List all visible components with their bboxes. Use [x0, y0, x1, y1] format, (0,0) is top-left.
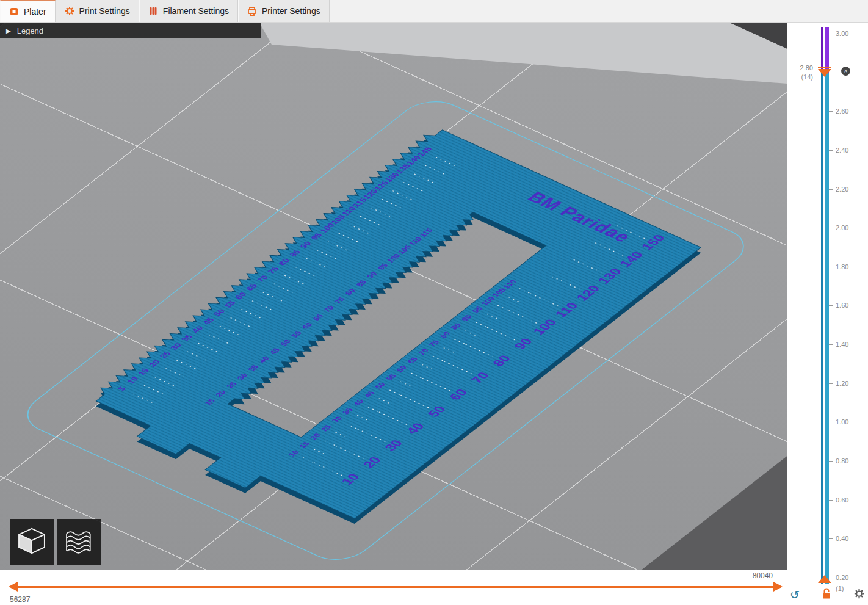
settings-tab-bar: Plater Print Settings Filament Settings …: [0, 0, 868, 23]
layer-tick: [829, 383, 833, 384]
tab-plater[interactable]: Plater: [0, 0, 56, 22]
layer-tick-label: 0.80: [836, 457, 848, 465]
layer-tick-label: 1.40: [836, 341, 848, 348]
slider-action-icons: ↺: [790, 587, 864, 603]
plater-icon: [9, 7, 19, 16]
layer-tick: [829, 189, 833, 190]
layer-slider-track[interactable]: [821, 27, 829, 584]
horizontal-slider-track[interactable]: [18, 586, 781, 588]
layer-tick: [829, 111, 833, 112]
layer-tick: [829, 267, 833, 267]
tab-label: Filament Settings: [163, 6, 229, 16]
tab-label: Plater: [24, 7, 46, 16]
move-slider-position-label: 56287: [10, 595, 30, 604]
lock-icon[interactable]: [822, 588, 831, 602]
3d-viewport[interactable]: 1501401301201101009080706050403020101451…: [0, 23, 787, 570]
legend-panel[interactable]: ▶ Legend: [0, 23, 261, 38]
layer-tick-label: 3.00: [836, 30, 848, 37]
slider-right-arrow-button[interactable]: [773, 582, 783, 592]
layer-tick-label: 1.20: [836, 380, 848, 387]
tab-label: Printer Settings: [262, 6, 320, 16]
layer-tick: [829, 461, 833, 462]
legend-label: Legend: [17, 26, 43, 35]
tab-printer-settings[interactable]: Printer Settings: [238, 0, 330, 22]
legend-expand-arrow-icon: ▶: [6, 27, 11, 34]
preview-view-button[interactable]: [57, 519, 101, 565]
gear-icon: [65, 6, 74, 16]
move-slider-max-label: 80040: [753, 571, 773, 580]
view-mode-toggles: [10, 519, 101, 565]
layer-tick: [829, 305, 833, 306]
tab-filament-settings[interactable]: Filament Settings: [139, 0, 238, 22]
layer-tick: [829, 500, 833, 501]
layer-tick-label: 1.80: [836, 263, 848, 270]
layers-icon: [62, 523, 97, 562]
layer-tick: [829, 344, 833, 345]
move-slider-panel: 80040 56287: [0, 570, 787, 605]
cube-icon: [14, 523, 49, 562]
filament-icon: [148, 6, 158, 16]
reload-icon[interactable]: ↺: [790, 589, 800, 601]
layer-tick-label: 2.00: [836, 224, 848, 231]
current-layer-height-label: 2.80: [787, 64, 813, 71]
layer-tick-label: 0.20: [836, 574, 848, 581]
preferences-gear-icon[interactable]: [854, 589, 864, 601]
slider-close-button[interactable]: ×: [841, 67, 850, 76]
layer-tick-label: 2.20: [836, 186, 848, 193]
layer-tick: [829, 34, 833, 34]
layer-slider-panel: 3.002.602.402.202.001.801.601.401.201.00…: [787, 23, 868, 605]
layer-tick: [829, 422, 833, 422]
model-object[interactable]: [73, 126, 701, 531]
editor-view-button[interactable]: [10, 519, 54, 565]
layer-tick-label: 1.00: [836, 418, 848, 426]
layer-tick: [829, 538, 833, 539]
layer-slider-lower-handle[interactable]: [818, 575, 831, 583]
printer-icon: [247, 6, 257, 16]
tab-label: Print Settings: [79, 6, 130, 16]
layer-tick-label: 2.40: [836, 147, 848, 154]
layer-tick: [829, 228, 833, 228]
layer-tick-label: 0.60: [836, 496, 848, 504]
layer-tick-label: 2.60: [836, 107, 848, 115]
sliced-model-canvas: 1501401301201101009080706050403020101451…: [0, 23, 787, 570]
layer-tick-label: 0.40: [836, 535, 848, 542]
layer-slider-upper-handle-bar: [818, 67, 831, 68]
slider-left-arrow-button[interactable]: [9, 582, 18, 592]
layer-slider-track-top-segment: [821, 27, 829, 73]
layer-slider-upper-handle[interactable]: [818, 69, 831, 77]
tab-print-settings[interactable]: Print Settings: [56, 0, 139, 22]
layer-tick-label: 1.60: [836, 302, 848, 309]
current-layer-index-label: (14): [787, 73, 813, 81]
layer-tick: [829, 150, 833, 151]
